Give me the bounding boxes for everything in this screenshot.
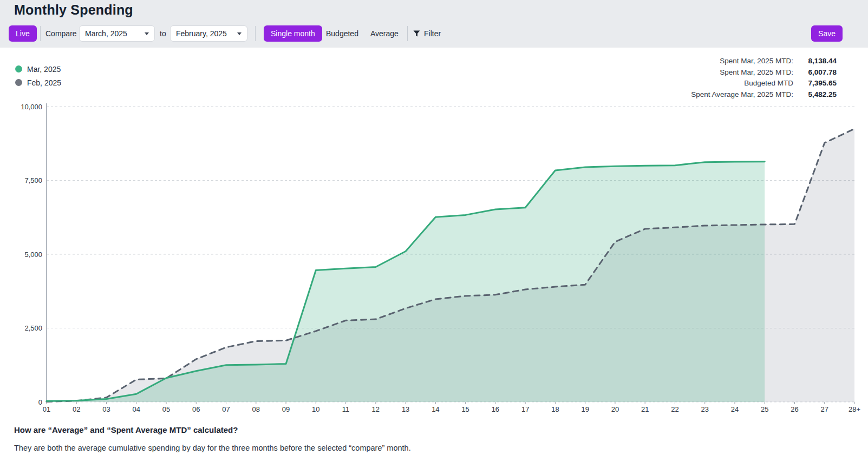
- legend-item-feb-2025: Feb, 2025: [15, 76, 61, 89]
- svg-text:14: 14: [432, 405, 439, 413]
- svg-text:03: 03: [102, 405, 110, 413]
- filter-funnel-icon: [413, 30, 420, 37]
- stat-value: 5,482.25: [801, 89, 837, 101]
- svg-text:18: 18: [551, 405, 559, 413]
- summary-stats: Spent Mar, 2025 MTD: 8,138.44 Spent Mar,…: [691, 56, 837, 100]
- toolbar: Live Compare March, 2025 to February, 20…: [0, 25, 868, 42]
- average-button[interactable]: Average: [367, 25, 402, 42]
- toolbar-divider: [40, 26, 41, 41]
- compare-from-value: March, 2025: [85, 29, 127, 38]
- svg-text:10,000: 10,000: [21, 103, 42, 111]
- svg-text:02: 02: [73, 405, 80, 413]
- legend-dot-mar: [15, 65, 22, 72]
- svg-text:26: 26: [791, 405, 798, 413]
- svg-text:17: 17: [521, 405, 529, 413]
- svg-text:22: 22: [671, 405, 678, 413]
- chevron-down-icon: [237, 32, 242, 35]
- spending-chart: 02,5005,0007,50010,000010203040506070809…: [0, 48, 868, 475]
- svg-text:08: 08: [252, 405, 260, 413]
- svg-text:21: 21: [641, 405, 649, 413]
- svg-text:24: 24: [731, 405, 739, 413]
- svg-text:20: 20: [611, 405, 619, 413]
- toolbar-divider: [407, 26, 408, 41]
- compare-to-select[interactable]: February, 2025: [170, 25, 247, 42]
- filter-button[interactable]: Filter: [413, 25, 441, 42]
- svg-text:13: 13: [402, 405, 409, 413]
- legend-dot-feb: [15, 79, 22, 86]
- legend-label: Mar, 2025: [27, 65, 61, 74]
- to-label: to: [160, 25, 166, 42]
- legend-item-mar-2025: Mar, 2025: [15, 62, 61, 76]
- svg-text:0: 0: [38, 398, 42, 406]
- budgeted-button[interactable]: Budgeted: [323, 25, 362, 42]
- legend-label: Feb, 2025: [27, 78, 61, 87]
- svg-text:01: 01: [43, 405, 50, 413]
- stat-value: 7,395.65: [801, 78, 837, 89]
- toolbar-divider: [255, 26, 256, 41]
- svg-text:06: 06: [192, 405, 200, 413]
- stat-label: Spent Mar, 2025 MTD:: [691, 56, 793, 67]
- chart-panel: 02,5005,0007,50010,000010203040506070809…: [0, 48, 868, 475]
- svg-text:19: 19: [581, 405, 589, 413]
- compare-to-value: February, 2025: [176, 29, 227, 38]
- chart-legend: Mar, 2025 Feb, 2025: [15, 62, 61, 89]
- footer-answer: They are both the average cumulative spe…: [14, 444, 411, 452]
- svg-text:27: 27: [821, 405, 828, 413]
- compare-label: Compare: [45, 25, 77, 42]
- save-button[interactable]: Save: [811, 25, 843, 42]
- svg-text:16: 16: [492, 405, 499, 413]
- stat-value: 6,007.78: [801, 67, 837, 78]
- svg-text:2,500: 2,500: [24, 324, 42, 332]
- svg-text:04: 04: [133, 405, 140, 413]
- svg-text:28+: 28+: [849, 405, 860, 413]
- footer-question: How are “Average” and “Spent Average MTD…: [14, 425, 238, 434]
- svg-text:7,500: 7,500: [24, 176, 42, 184]
- page-title: Monthly Spending: [14, 2, 133, 18]
- svg-text:25: 25: [761, 405, 768, 413]
- live-button[interactable]: Live: [9, 25, 37, 42]
- svg-text:5,000: 5,000: [24, 250, 42, 259]
- svg-text:15: 15: [461, 405, 469, 413]
- stat-label: Budgeted MTD: [691, 78, 793, 89]
- svg-text:12: 12: [372, 405, 380, 413]
- stat-label: Spent Mar, 2025 MTD:: [691, 67, 793, 78]
- stat-value: 8,138.44: [801, 56, 837, 67]
- svg-text:09: 09: [282, 405, 290, 413]
- svg-text:05: 05: [162, 405, 170, 413]
- svg-text:07: 07: [222, 405, 230, 413]
- svg-text:10: 10: [312, 405, 319, 413]
- single-month-button[interactable]: Single month: [264, 25, 322, 42]
- svg-text:11: 11: [342, 405, 350, 413]
- compare-from-select[interactable]: March, 2025: [79, 25, 155, 42]
- stat-label: Spent Average Mar, 2025 MTD:: [691, 89, 793, 101]
- chevron-down-icon: [145, 32, 149, 35]
- filter-label: Filter: [424, 29, 441, 38]
- svg-text:23: 23: [701, 405, 708, 413]
